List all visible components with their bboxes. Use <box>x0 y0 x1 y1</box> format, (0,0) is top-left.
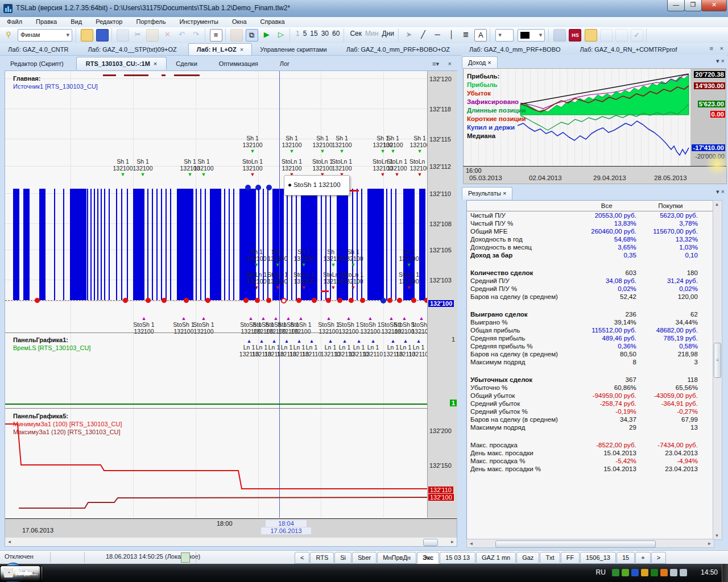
tray-icon[interactable] <box>680 569 687 576</box>
run-icon[interactable]: ▶ <box>261 29 272 40</box>
results-row[interactable]: Доходность в год 54,68% 13,32% 38,0 <box>467 235 714 243</box>
workspace-tab[interactable]: Sber <box>352 552 377 564</box>
editor-tab[interactable]: Редактор (Скрипт) <box>1 57 76 70</box>
results-row[interactable]: Максимум подряд 8 3 <box>467 358 714 366</box>
workspace-tab[interactable]: МнПрвДн <box>377 552 416 564</box>
workspace-tab[interactable]: GAZ 1 mn <box>476 552 516 564</box>
results-row[interactable]: Убыточных сделок 367 118 <box>467 376 714 384</box>
menu-item[interactable]: Вид <box>64 17 89 26</box>
results-row[interactable]: Общая прибыль 115512,00 руб. 48682,00 ру… <box>467 326 714 334</box>
editor-tab[interactable]: Лог <box>271 57 302 70</box>
show-desktop-button[interactable] <box>722 564 728 582</box>
paste-icon[interactable] <box>146 29 159 41</box>
open-icon[interactable] <box>81 29 93 41</box>
tab-close-icon[interactable] <box>561 46 564 53</box>
check-icon[interactable]: ✓ <box>631 29 643 41</box>
tray-icon[interactable] <box>660 569 668 576</box>
tray-icon[interactable] <box>612 569 619 576</box>
col-buy[interactable]: Покупки <box>640 201 701 211</box>
fibo-icon[interactable]: ≣ <box>460 29 471 40</box>
workspace-tab[interactable]: + <box>635 552 650 564</box>
panel-separator[interactable] <box>5 408 457 409</box>
lab-tab[interactable]: Лаб: GAZ_4.0_mm_PRF+BOBO <box>461 44 572 55</box>
taskbar-button[interactable]: ◔Новы... <box>0 566 40 581</box>
tray-icon[interactable] <box>631 569 639 576</box>
results-row[interactable]: Средний убыток % -0,19% -0,27% -0,1 <box>467 408 714 415</box>
workspace-tab[interactable]: Экс <box>417 552 439 564</box>
price-chart-plot[interactable]: Sh 1132100▼Sh 1132100▼Sh 1132100▼Sh 1132… <box>5 71 427 518</box>
results-row[interactable]: Общий убыток -94959,00 руб. -43059,00 ру… <box>467 392 714 400</box>
results-row[interactable]: Чистый П/У % 13,83% 3,78% 10,0 <box>467 219 714 227</box>
results-row[interactable]: Средний П/У % 0,02% 0,02% 0,0 <box>467 285 714 293</box>
editor-tab[interactable]: Оптимизация <box>210 57 271 70</box>
workspace-tab[interactable]: > <box>651 552 666 564</box>
unit-button[interactable]: Дни <box>380 28 395 39</box>
workspace-tab[interactable]: Txt <box>540 552 560 564</box>
open2-icon[interactable] <box>585 29 597 41</box>
results-v-scrollbar[interactable]: ▲ ▼ ≡ <box>713 200 722 540</box>
lab-tab[interactable]: Лаб: GAZ_4.0__STP(txt)09+OZ <box>80 44 188 55</box>
results-row[interactable]: День макс. просадки % 15.04.2013 23.04.2… <box>467 465 714 473</box>
results-row[interactable]: Средний П/У 34,08 руб. 31,24 руб. 35,30 … <box>467 277 714 285</box>
pointer-icon[interactable]: ➤ <box>403 29 415 40</box>
lab-tab[interactable]: Лаб: H_L+OZ× <box>188 43 253 55</box>
lab-tab[interactable]: Управление скриптами <box>252 44 338 55</box>
tab-strip-close-icon[interactable]: × <box>720 45 723 52</box>
interval-button[interactable]: 1 <box>294 28 301 39</box>
ungroup-icon[interactable] <box>615 29 628 41</box>
menu-item[interactable]: Инструменты <box>172 17 225 26</box>
pane-menu-icon[interactable]: ≡▾ <box>432 60 439 68</box>
tab-close-icon[interactable] <box>677 46 681 53</box>
delete-icon[interactable]: ✕ <box>162 29 173 40</box>
pane-close-icon[interactable]: × <box>721 57 725 64</box>
scroll-thumb[interactable] <box>495 541 656 548</box>
menu-item[interactable]: Справка <box>254 17 292 26</box>
results-row[interactable]: Убыточно % 60,86% 65,56% 58,8 <box>467 384 714 392</box>
results-row[interactable]: День макс. просадки 15.04.2013 23.04.201… <box>467 449 714 457</box>
lab-tab[interactable]: Лаб: GAZ_4.0_CNTR <box>0 44 80 55</box>
group-icon[interactable] <box>600 29 613 41</box>
style-select[interactable]: ▾ <box>495 29 514 41</box>
tray-icon[interactable] <box>641 569 648 576</box>
menu-item[interactable]: Файл <box>0 17 29 26</box>
results-row[interactable]: Доходность в месяц 3,65% 1,03% 2,6 <box>467 243 714 251</box>
results-row[interactable]: Количество сделок 603 180 <box>467 269 714 277</box>
tab-close-icon[interactable] <box>450 46 453 53</box>
restore-button[interactable]: ❐ <box>684 0 702 11</box>
panel-separator[interactable] <box>5 332 457 333</box>
price-axis[interactable]: 132'120132'118132'115132'112132'110132'1… <box>427 71 457 518</box>
tab-close-icon[interactable]: × <box>503 190 506 197</box>
editor-tab[interactable]: Сделки <box>167 57 210 70</box>
script-nodes-icon[interactable]: ⧉ <box>246 29 258 41</box>
save2-icon[interactable] <box>553 29 566 41</box>
hs-save-icon[interactable]: HS <box>569 29 581 41</box>
vline-icon[interactable]: │ <box>446 29 457 40</box>
undo-icon[interactable]: ↶ <box>176 29 188 40</box>
results-row[interactable]: Выиграно сделок 236 62 <box>467 310 714 318</box>
text-icon[interactable]: A <box>474 29 487 41</box>
tab-close-icon[interactable]: × <box>150 60 157 67</box>
unit-button[interactable]: Сек <box>348 28 363 39</box>
results-row[interactable]: Средняя прибыль 489,46 руб. 785,19 руб. … <box>467 334 714 342</box>
run-once-icon[interactable]: ▷ <box>275 29 287 40</box>
tray-icon[interactable] <box>670 569 677 576</box>
lab-tab[interactable]: Лаб: GAZ_4.0_mm_PRF+BOBO+OZ <box>338 44 461 55</box>
results-row[interactable]: Выиграно % 39,14% 34,44% 41,1 <box>467 318 714 326</box>
interval-button[interactable]: 30 <box>320 28 330 39</box>
trendline-icon[interactable]: ╱ <box>417 29 429 40</box>
workspace-tab[interactable]: Gaz <box>516 552 539 564</box>
workspace-tab[interactable]: < <box>295 552 309 564</box>
tab-close-icon[interactable]: × <box>487 59 491 66</box>
workspace-tab[interactable]: 15 03 13 <box>440 552 475 564</box>
unit-button[interactable]: Мин <box>363 28 380 39</box>
results-row[interactable]: Чистый П/У 20553,00 руб. 5623,00 руб. 14… <box>467 211 714 220</box>
notes-icon[interactable]: ≡ <box>210 29 222 41</box>
results-row[interactable] <box>467 431 714 441</box>
scroll-right-icon[interactable]: ► <box>706 540 713 547</box>
menu-item[interactable]: Окна <box>225 17 254 26</box>
tray-icon[interactable] <box>651 569 658 576</box>
chart-h-scrollbar[interactable]: ◄ ► <box>5 537 457 546</box>
results-row[interactable]: Средняя прибыль % 0,36% 0,58% 0,2 <box>467 342 714 350</box>
minimize-button[interactable]: — <box>667 0 685 11</box>
results-row[interactable]: Доход за бар 0,35 0,10 0, <box>467 251 714 259</box>
